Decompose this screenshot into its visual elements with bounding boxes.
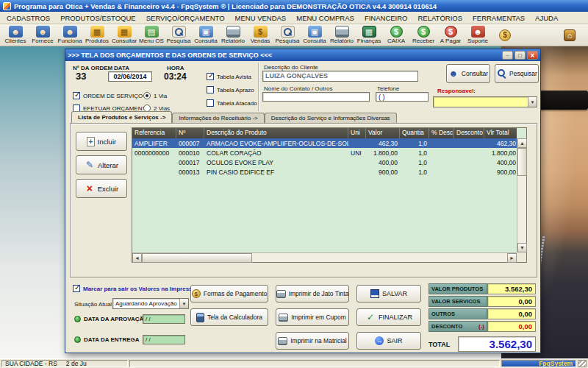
menu-ferramentas[interactable]: FERRAMENTAS <box>467 13 530 24</box>
scroll-left-icon[interactable]: ◄ <box>132 253 142 263</box>
menu-financeiro[interactable]: FINANCEIRO <box>359 13 413 24</box>
delivery-date-field[interactable]: / / <box>143 335 185 344</box>
grid-row[interactable]: AMPLIIFER000007ARMACAO EVOKE-AMPLIIFER-O… <box>132 138 517 148</box>
tab-lista-de-produtos-e-servicos[interactable]: Lista de Produtos e Serviços -> <box>71 111 172 123</box>
support-icon <box>471 26 485 38</box>
phone-input[interactable]: ( ) <box>376 92 429 102</box>
grid-cell: PIN CASIO EDIFICE EF <box>204 169 348 176</box>
close-button[interactable] <box>527 51 538 60</box>
mode-ordem-de-servico[interactable]: ORDEM DE SERVIÇO <box>73 91 150 101</box>
chevron-down-icon: ▼ <box>179 299 188 308</box>
window-titlebar: Programa para Otica + Vendas & Financeir… <box>0 0 588 12</box>
scroll-down-icon[interactable]: ▼ <box>517 243 527 252</box>
dollar-red-icon <box>445 26 457 38</box>
delivery-date-row: DATA DA ENTREGA / / <box>74 335 185 344</box>
toolbar-button-pesquisa[interactable]: Pesquisa <box>274 25 301 46</box>
menu-relatorios[interactable]: RELATÓRIOS <box>412 13 467 24</box>
toolbar-button-funciona[interactable]: Funciona <box>57 25 83 46</box>
scrollbar-thumb[interactable] <box>142 253 252 263</box>
total-row-valor-servicos: VALOR SERVICOS0,00 <box>429 296 536 307</box>
print-dotmatrix-button[interactable]: Imprimir na Matricial <box>276 332 349 350</box>
date-field[interactable]: 02/06/2014 <box>108 71 152 82</box>
incluir-button[interactable]: Incluir <box>76 132 127 151</box>
toolbar-button-consulta[interactable]: Consulta <box>193 25 219 46</box>
toolbar-button-suporte[interactable]: Suporte <box>465 25 491 46</box>
toolbar-button-receber[interactable]: Receber <box>410 25 437 46</box>
scrollbar-thumb[interactable] <box>517 148 527 176</box>
maximize-button[interactable] <box>514 51 526 60</box>
resize-grip[interactable] <box>578 360 587 367</box>
print-receipt-button[interactable]: Imprimir em Cupom <box>276 308 349 326</box>
contact-input[interactable] <box>262 92 370 102</box>
boxes-icon <box>90 26 104 38</box>
scroll-up-icon[interactable]: ▲ <box>517 138 527 148</box>
grid-cell: 0000000000 <box>132 149 176 157</box>
price-table-tabela-avista[interactable]: Tabela Avista <box>207 71 257 82</box>
toolbar-button-vendas[interactable]: Vendas <box>247 25 273 46</box>
menu-menu-compras[interactable]: MENU COMPRAS <box>291 13 359 24</box>
grid-row[interactable]: 000017OCULOS EVOKE PLAY400,001,0400,00 <box>132 158 517 167</box>
print-values-marcar-para-sair-os-valores-na-impressao[interactable]: Marcar para sair os Valores na Impressão <box>73 283 199 294</box>
grid-row[interactable]: 0000000000000010COLAR CORAÇÃOUNI1.800,00… <box>132 148 517 158</box>
menu-ajuda[interactable]: AJUDA <box>530 13 563 24</box>
horizontal-scrollbar[interactable]: ◄ ► <box>132 252 517 262</box>
toolbar-button-financas[interactable]: Finanças <box>356 25 382 46</box>
responsible-dropdown[interactable]: ▼ <box>433 96 537 107</box>
approval-date-field[interactable]: / / <box>143 314 185 324</box>
grid-column-n: Nº <box>176 128 204 138</box>
minimize-button[interactable] <box>502 51 513 60</box>
toolbar-button-relatorio[interactable]: Relatório <box>220 25 246 46</box>
toolbar-button-fornece[interactable]: Fornece <box>29 25 56 46</box>
toolbar-button-a-pagar[interactable]: A Pagar <box>437 25 464 46</box>
status-value: Aguardando Aprovação <box>115 300 177 307</box>
save-button[interactable]: SALVAR <box>356 285 421 302</box>
status-dropdown[interactable]: Aguardando Aprovação ▼ <box>112 298 189 309</box>
toolbar-button-consultar[interactable]: Consultar <box>111 25 137 46</box>
toolbar-button-caixa[interactable]: CAIXA <box>383 25 409 46</box>
toolbar-button-pesquisa[interactable]: Pesquisa <box>165 25 192 46</box>
calculator-button[interactable]: Tela da Calculadora <box>190 308 268 326</box>
price-table-tabela-atacado[interactable]: Tabela Atacado <box>207 98 257 108</box>
grid-column-quantia: Quantia <box>400 128 429 138</box>
price-table-tabela-aprazo[interactable]: Tabela Aprazo <box>207 85 257 95</box>
toolbar-button-coin[interactable] <box>492 25 518 46</box>
menu-produtos-estoque[interactable]: PRODUTOS/ESTOQUE <box>55 13 141 24</box>
toolbar-button-clientes[interactable]: Clientes <box>2 25 29 46</box>
disk-icon <box>370 289 379 298</box>
tab-descricao-do-servico-e-informacoes-diversas[interactable]: Descrição do Serviço e Informações Diver… <box>265 113 397 123</box>
grid-cell: 900,00 <box>484 169 517 176</box>
search-icon <box>496 68 506 79</box>
price-table-checkbox-group: Tabela AvistaTabela AprazoTabela Atacado <box>207 71 257 108</box>
dollar-icon <box>417 26 430 38</box>
calculator-icon <box>362 26 376 38</box>
toolbar-button-produtos[interactable]: Produtos <box>84 25 110 46</box>
menu-menu-vendas[interactable]: MENU VENDAS <box>230 13 292 24</box>
toolbar-button-relatorio[interactable]: Relatório <box>329 25 355 46</box>
green-dot-icon <box>74 336 81 343</box>
menu-cadastros[interactable]: CADASTROS <box>1 13 55 24</box>
grid-column-desc: % Desc. <box>429 128 454 138</box>
menu-servico-orcamento[interactable]: SERVIÇO/ORÇAMENTO <box>141 13 230 24</box>
toolbar-button-consulta[interactable]: Consulta <box>301 25 328 46</box>
payment-methods-button[interactable]: Formas de Pagamento <box>190 285 268 302</box>
pesquisar-button[interactable]: Pesquisar <box>495 64 539 83</box>
delivery-date-label: DATA DA ENTREGA <box>84 336 140 343</box>
toolbar-button-door[interactable] <box>556 25 583 46</box>
exit-button[interactable]: SAIR <box>356 332 421 350</box>
menu-bar: CADASTROSPRODUTOS/ESTOQUESERVIÇO/ORÇAMEN… <box>0 12 588 24</box>
alterar-button[interactable]: Alterar <box>76 155 127 174</box>
copies-1-via[interactable]: 1 Via <box>143 91 170 101</box>
toolbar-button-menu-os[interactable]: Menu OS <box>138 25 165 46</box>
grid-row[interactable]: 000013PIN CASIO EDIFICE EF900,001,0900,0… <box>132 167 517 177</box>
excluir-button[interactable]: Excluir <box>76 179 127 198</box>
client-input[interactable]: LUIZA GONÇALVES <box>262 71 418 82</box>
status-spacer <box>129 360 500 367</box>
tab-informacoes-do-receituario[interactable]: Informações do Receituário -> <box>172 113 264 123</box>
consultar-button[interactable]: Consultar <box>446 64 490 83</box>
finalize-button[interactable]: FINALIZAR <box>356 308 421 326</box>
scroll-right-icon[interactable]: ► <box>507 253 517 263</box>
person-icon <box>448 68 459 79</box>
print-inkjet-button[interactable]: Imprimir de Jato Tinta <box>276 285 349 302</box>
grid-column-desconto: Desconto <box>454 128 484 138</box>
vertical-scrollbar[interactable]: ▲ ▼ <box>517 138 526 252</box>
